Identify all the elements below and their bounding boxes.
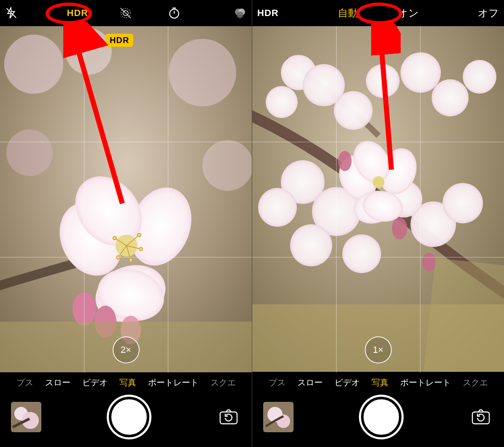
bottom-bar bbox=[0, 392, 252, 447]
svg-point-47 bbox=[463, 60, 496, 94]
hdr-label[interactable]: HDR bbox=[257, 8, 279, 19]
camera-screen-left: HDR bbox=[0, 0, 252, 447]
viewfinder-photo bbox=[252, 26, 504, 372]
svg-point-42 bbox=[266, 86, 298, 118]
hdr-off-option[interactable]: オフ bbox=[478, 6, 499, 20]
shutter-button[interactable] bbox=[361, 397, 402, 437]
viewfinder[interactable]: HDR 2× bbox=[0, 26, 252, 373]
mode-photo[interactable]: 写真 bbox=[119, 377, 136, 388]
mode-edge-right[interactable]: スクエ bbox=[463, 377, 488, 388]
svg-point-61 bbox=[373, 176, 385, 188]
last-photo-thumbnail[interactable] bbox=[263, 402, 294, 432]
svg-point-62 bbox=[338, 151, 352, 171]
svg-point-27 bbox=[116, 256, 120, 259]
mode-edge-right[interactable]: スクエ bbox=[210, 377, 236, 388]
live-photo-icon[interactable] bbox=[119, 6, 133, 20]
svg-point-64 bbox=[422, 253, 436, 271]
mode-portrait[interactable]: ポートレート bbox=[400, 377, 451, 388]
mode-video[interactable]: ビデオ bbox=[334, 377, 360, 388]
camera-topbar: HDR bbox=[0, 0, 252, 26]
svg-point-52 bbox=[342, 234, 381, 273]
svg-point-54 bbox=[442, 183, 483, 223]
mode-edge-left[interactable]: プス bbox=[16, 377, 33, 388]
svg-point-29 bbox=[139, 247, 143, 251]
flash-icon[interactable] bbox=[5, 7, 18, 19]
hdr-auto-option[interactable]: 自動 bbox=[338, 6, 358, 20]
svg-point-7 bbox=[237, 11, 243, 18]
svg-point-12 bbox=[202, 140, 252, 191]
svg-point-25 bbox=[129, 258, 132, 262]
zoom-toggle[interactable]: 2× bbox=[113, 336, 140, 363]
hdr-options-bar: HDR 自動 オン オフ bbox=[252, 0, 504, 26]
svg-point-51 bbox=[290, 224, 332, 266]
shutter-button[interactable] bbox=[109, 397, 149, 437]
mode-slow[interactable]: スロー bbox=[45, 377, 70, 388]
camera-flip-icon[interactable] bbox=[469, 405, 493, 429]
viewfinder-photo bbox=[0, 26, 252, 372]
mode-portrait[interactable]: ポートレート bbox=[148, 377, 199, 388]
last-photo-thumbnail[interactable] bbox=[11, 402, 41, 432]
camera-screen-right: HDR 自動 オン オフ bbox=[252, 0, 504, 447]
hdr-on-option[interactable]: オン bbox=[398, 6, 419, 20]
mode-photo[interactable]: 写真 bbox=[372, 377, 388, 388]
svg-point-44 bbox=[366, 64, 400, 98]
viewfinder[interactable]: 1× bbox=[252, 26, 504, 373]
hdr-button[interactable]: HDR bbox=[67, 8, 89, 19]
svg-point-21 bbox=[137, 233, 141, 237]
svg-rect-66 bbox=[423, 258, 504, 371]
svg-point-23 bbox=[113, 236, 116, 240]
mode-selector[interactable]: プス スロー ビデオ 写真 ポートレート スクエ bbox=[0, 373, 252, 392]
zoom-toggle[interactable]: 1× bbox=[365, 336, 392, 363]
svg-point-11 bbox=[169, 39, 236, 106]
svg-point-9 bbox=[4, 35, 63, 94]
hdr-badge: HDR bbox=[105, 34, 133, 47]
svg-point-46 bbox=[431, 79, 469, 116]
svg-point-43 bbox=[334, 91, 373, 130]
mode-selector[interactable]: プス スロー ビデオ 写真 ポートレート スクエ bbox=[252, 373, 504, 392]
svg-point-13 bbox=[6, 130, 53, 176]
mode-edge-left[interactable]: プス bbox=[269, 377, 286, 388]
bottom-bar bbox=[252, 392, 504, 447]
filters-icon[interactable] bbox=[233, 6, 247, 20]
svg-point-30 bbox=[73, 292, 96, 326]
mode-slow[interactable]: スロー bbox=[297, 377, 323, 388]
svg-point-45 bbox=[400, 52, 441, 93]
mode-video[interactable]: ビデオ bbox=[82, 377, 108, 388]
svg-point-63 bbox=[392, 217, 407, 239]
camera-flip-icon[interactable] bbox=[216, 405, 241, 429]
svg-line-3 bbox=[121, 8, 131, 18]
svg-point-10 bbox=[65, 28, 112, 75]
svg-point-49 bbox=[258, 188, 297, 227]
timer-icon[interactable] bbox=[167, 6, 181, 20]
